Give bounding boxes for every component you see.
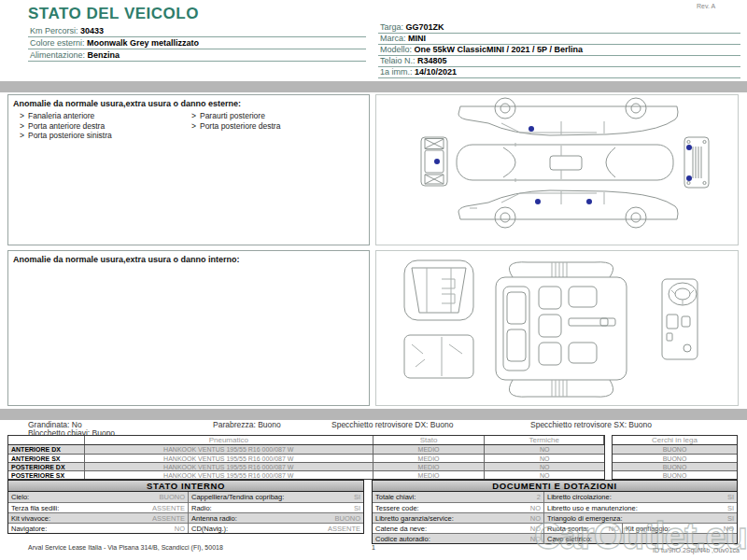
field-value: NO — [171, 524, 185, 533]
field-label: Modello: — [380, 45, 415, 54]
anomaly-item: >Paraurti posteriore — [191, 111, 369, 121]
field-value: 2 — [533, 492, 541, 502]
field-value: ASSENTE — [324, 524, 360, 533]
field-label: Libretto garanzia/service: — [375, 513, 454, 523]
exterior-anomalies-title: Anomalie da normale usura,extra usura o … — [8, 95, 369, 111]
field-label: Terza fila sedili: — [11, 503, 59, 512]
anomaly-text: Porta posteriore sinistra — [28, 131, 112, 140]
field-value: Buono — [628, 420, 652, 429]
tyre-position: ANTERIORE DX — [8, 445, 85, 454]
tyre-spec: HANKOOK VENTUS 195/55 R16 000/087 W — [85, 445, 374, 454]
field-value: 14/10/2021 — [415, 67, 457, 77]
field-label: Km Percorsi: — [30, 26, 80, 35]
tyre-stato: MEDIO — [374, 445, 486, 454]
item-prefix: > — [20, 131, 24, 140]
divider-band — [0, 81, 747, 92]
table-row: Kit vivavoce:ASSENTE Antenna radio:BUONO — [8, 512, 363, 523]
field-value: SI — [724, 492, 734, 502]
field-label: Cielo: — [11, 492, 29, 502]
field-label: Marca: — [380, 34, 408, 43]
anomaly-item: >Porta posteriore destra — [191, 121, 369, 132]
field-label: Tessere code: — [375, 503, 419, 512]
field-prima-immatricolazione: 1a imm.: 14/10/2021 — [378, 67, 740, 78]
damage-marker — [586, 199, 592, 204]
tyre-spec: HANKOOK VENTUS 195/55 R16 000/087 W — [85, 455, 374, 462]
table-row: Navigatore:NO CD(Navig.):ASSENTE — [8, 523, 363, 533]
field-label: Codice autoradio: — [375, 534, 430, 543]
table-row: Tessere code:NO Libretto uso e manutenzi… — [373, 502, 737, 512]
tyre-position: POSTERIORE SX — [8, 471, 85, 479]
field-value: R34805 — [417, 56, 447, 65]
footer-company: Arval Service Lease Italia - Via Pisana … — [28, 544, 223, 551]
anomaly-item: >Porta posteriore sinistra — [20, 131, 191, 141]
item-prefix: > — [191, 111, 196, 120]
field-value: ASSENTE — [148, 513, 185, 523]
exterior-anomalies-list: >Fanaleria anteriore >Porta anteriore de… — [8, 111, 369, 141]
anomaly-text: Porta anteriore destra — [28, 121, 105, 131]
field-label: Libretto uso e manutenzione: — [547, 503, 638, 512]
field-value: BUONO — [155, 492, 185, 502]
divider-band — [0, 409, 747, 420]
anomaly-text: Fanaleria anteriore — [28, 111, 94, 120]
stato-interno-table: STATO INTERNO Cielo:BUONO Cappelliera/Te… — [7, 480, 364, 534]
field-label: Libretto circolazione: — [547, 492, 612, 502]
tyres-table: Pneumatico Stato Termiche ANTERIORE DX H… — [7, 435, 605, 480]
field-value: SI — [350, 503, 360, 512]
item-prefix: > — [191, 121, 196, 131]
header-termiche: Termiche — [485, 436, 604, 444]
field-label: Specchietto retrovisore SX: — [530, 420, 628, 429]
field-value: NO — [527, 503, 541, 512]
field-specchietto-dx: Specchietto retrovisore DX: Buono — [331, 420, 453, 429]
damage-marker — [686, 175, 692, 181]
tyre-termiche: NO — [485, 463, 604, 470]
field-value: MINI — [408, 34, 426, 43]
field-value: Buono — [430, 420, 454, 429]
field-label: Specchietto retrovisore DX: — [331, 420, 430, 429]
tyre-termiche: NO — [485, 445, 604, 454]
tyre-stato: MEDIO — [374, 463, 486, 470]
exterior-diagram-panel — [375, 94, 739, 245]
table-row: POSTERIORE SX HANKOOK VENTUS 195/55 R16 … — [8, 470, 604, 479]
vehicle-report-page: STATO DEL VEICOLO Rev. A Km Percorsi: 30… — [0, 0, 747, 560]
field-value: SI — [724, 503, 734, 512]
field-telaio: Telaio N.: R34805 — [378, 56, 740, 67]
table-row: ANTERIORE SX HANKOOK VENTUS 195/55 R16 0… — [8, 454, 604, 462]
field-label: Kit vivavoce: — [11, 513, 50, 523]
cerchi-value: BUONO — [613, 445, 737, 454]
interior-anomalies-title: Anomalie da normale usura,extra usura o … — [8, 251, 369, 267]
header-empty — [8, 436, 85, 444]
car-exterior-diagram — [376, 95, 738, 245]
tyre-spec: HANKOOK VENTUS 195/55 R16 000/087 W — [85, 463, 374, 470]
interior-diagram-panel — [375, 250, 739, 406]
table-row: Cielo:BUONO Cappelliera/Tendina copribag… — [8, 492, 363, 502]
table-row: POSTERIORE DX HANKOOK VENTUS 195/55 R16 … — [8, 462, 604, 470]
tyre-position: ANTERIORE SX — [8, 455, 85, 462]
anomaly-item: >Porta anteriore destra — [20, 121, 191, 132]
field-label: Cappelliera/Tendina copribag: — [191, 492, 284, 502]
documenti-title: DOCUMENTI E DOTAZIONI — [373, 481, 737, 492]
damage-marker — [686, 145, 692, 150]
tyre-termiche: NO — [485, 455, 604, 462]
field-value: One 55kW ClassicMINI / 2021 / 5P / Berli… — [415, 45, 583, 54]
field-label: Telaio N.: — [380, 56, 417, 65]
item-prefix: > — [20, 111, 24, 120]
anomaly-text: Paraurti posteriore — [200, 111, 265, 120]
vehicle-summary-left: Km Percorsi: 30433 Colore esterni: Moonw… — [28, 25, 366, 62]
damage-marker — [434, 159, 440, 164]
field-label: Parabrezza: — [213, 420, 258, 429]
field-label: 1a imm.: — [380, 67, 415, 77]
table-row: Totale chiavi:2 Libretto circolazione:SI — [373, 492, 737, 502]
field-value: Benzina — [88, 50, 120, 60]
cerchi-value: BUONO — [613, 470, 737, 479]
interior-anomalies-panel: Anomalie da normale usura,extra usura o … — [7, 250, 370, 406]
header-pneumatico: Pneumatico — [85, 436, 374, 444]
car-interior-diagram — [376, 251, 738, 405]
footer-doc-id: ID tu/9hO.2SquN4b ,Ouv01ca — [653, 547, 740, 553]
stato-interno-title: STATO INTERNO — [8, 481, 363, 492]
field-value: ASSENTE — [148, 503, 185, 512]
field-label: Targa: — [380, 22, 406, 32]
tyre-stato: MEDIO — [374, 471, 486, 479]
field-value: SI — [350, 492, 360, 502]
field-km-percorsi: Km Percorsi: 30433 — [28, 25, 366, 37]
damage-marker — [529, 126, 534, 132]
